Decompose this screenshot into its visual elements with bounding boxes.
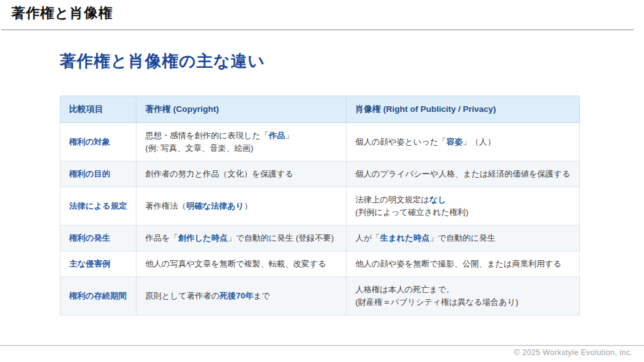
table-cell: 人が「生まれた時点」で自動的に発生 (347, 226, 580, 251)
section-heading: 著作権と肖像権の主な違い (60, 50, 265, 72)
table-header-row: 比較項目 著作権 (Copyright) 肖像権 (Right of Publi… (60, 96, 580, 123)
column-header-portrait-right: 肖像権 (Right of Publicity / Privacy) (347, 96, 580, 123)
column-header-item: 比較項目 (60, 96, 136, 123)
table-row: 権利の対象思想・感情を創作的に表現した「作品」(例: 写真、文章、音楽、絵画)個… (60, 123, 580, 162)
table-cell: 作品を「創作した時点」で自動的に発生 (登録不要) (136, 226, 347, 251)
row-label: 主な侵害例 (60, 251, 136, 277)
table-row: 権利の発生作品を「創作した時点」で自動的に発生 (登録不要)人が「生まれた時点」… (60, 226, 580, 251)
row-label: 法律による規定 (60, 187, 136, 226)
table-cell: 創作者の努力と作品（文化）を保護する (136, 162, 347, 187)
row-label: 権利の目的 (60, 162, 136, 187)
table-cell: 原則として著作者の死後70年まで (136, 277, 347, 315)
table-cell: 他人の写真や文章を無断で複製、転載、改変する (136, 251, 347, 277)
page-title: 著作権と肖像権 (11, 4, 113, 23)
row-label: 権利の発生 (60, 226, 136, 251)
table-cell: 著作権法（明確な法律あり） (136, 187, 347, 226)
table-row: 法律による規定著作権法（明確な法律あり）法律上の明文規定はなし(判例によって確立… (60, 187, 580, 226)
table-row: 主な侵害例他人の写真や文章を無断で複製、転載、改変する他人の顔や姿を無断で撮影、… (60, 251, 580, 277)
row-label: 権利の存続期間 (60, 277, 136, 315)
table-cell: 個人の顔や姿といった「容姿」（人） (347, 123, 580, 162)
table-cell: 個人のプライバシーや人格、または経済的価値を保護する (347, 162, 580, 187)
table-cell: 他人の顔や姿を無断で撮影、公開、または商業利用する (347, 251, 580, 277)
footer-divider (0, 345, 644, 346)
column-header-copyright: 著作権 (Copyright) (136, 96, 347, 123)
title-divider (1, 30, 634, 30)
table-row: 権利の存続期間原則として著作者の死後70年まで人格権は本人の死亡まで。(財産権＝… (60, 277, 580, 315)
comparison-table: 比較項目 著作権 (Copyright) 肖像権 (Right of Publi… (60, 96, 580, 315)
table-cell: 人格権は本人の死亡まで。(財産権＝パブリシティ権は異なる場合あり) (347, 277, 580, 315)
table-row: 権利の目的創作者の努力と作品（文化）を保護する個人のプライバシーや人格、または経… (60, 162, 580, 187)
footer-copyright: © 2025 Workstyle Evolution, inc. (514, 348, 633, 357)
table-cell: 思想・感情を創作的に表現した「作品」(例: 写真、文章、音楽、絵画) (136, 123, 347, 162)
row-label: 権利の対象 (60, 123, 136, 162)
table-cell: 法律上の明文規定はなし(判例によって確立された権利) (347, 187, 580, 226)
